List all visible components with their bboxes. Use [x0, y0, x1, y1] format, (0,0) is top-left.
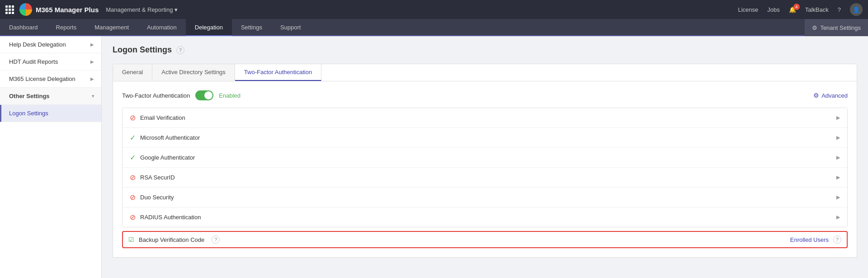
logo-circle — [19, 3, 32, 16]
auth-row-left: ⊘ RADIUS Authentication — [130, 213, 201, 221]
sub-tabs: General Active Directory Settings Two-Fa… — [113, 64, 857, 81]
chevron-right-icon: ▶ — [836, 214, 840, 220]
sub-tab-active-directory-settings[interactable]: Active Directory Settings — [152, 64, 235, 81]
tfa-label: Two-Factor Authentication — [122, 92, 190, 99]
auth-methods-list: ⊘ Email Verification ▶ ✓ Microsoft Authe… — [122, 108, 848, 227]
checkbox-checked-icon: ☑ — [128, 236, 134, 243]
auth-row-left: ⊘ RSA SecurID — [130, 173, 175, 182]
status-enabled-icon: ✓ — [130, 153, 136, 162]
user-avatar[interactable]: 👤 — [850, 3, 863, 16]
chevron-right-icon: ▶ — [836, 115, 840, 121]
auth-row-duo-security[interactable]: ⊘ Duo Security ▶ — [123, 188, 847, 207]
status-disabled-icon: ⊘ — [130, 113, 136, 122]
chevron-right-icon: ▶ — [836, 155, 840, 160]
auth-row-left: ⊘ Email Verification — [130, 113, 185, 122]
tfa-toggle[interactable] — [195, 90, 213, 100]
sub-tab-general[interactable]: General — [113, 64, 152, 81]
sidebar-item-help-desk-delegation[interactable]: Help Desk Delegation ▶ — [0, 36, 101, 53]
top-bar-left: M365 Manager Plus Management & Reporting… — [5, 3, 178, 16]
tab-automation[interactable]: Automation — [138, 19, 186, 36]
tab-reports[interactable]: Reports — [47, 19, 86, 36]
chevron-right-icon: ▶ — [90, 42, 94, 47]
auth-row-microsoft-authenticator[interactable]: ✓ Microsoft Authenticator ▶ — [123, 128, 847, 148]
notification-count: 4 — [793, 4, 800, 10]
sidebar-item-m365-license-delegation[interactable]: M365 License Delegation ▶ — [0, 71, 101, 88]
status-disabled-icon: ⊘ — [130, 193, 136, 202]
enrolled-users-link[interactable]: Enrolled Users — [790, 236, 829, 243]
backup-verification-label: Backup Verification Code — [139, 236, 204, 243]
chevron-right-icon: ▶ — [90, 59, 94, 64]
management-dropdown[interactable]: Management & Reporting ▾ — [106, 6, 178, 13]
notification-bell[interactable]: 🔔 4 — [789, 6, 796, 13]
chevron-down-icon: ▾ — [92, 94, 94, 99]
tab-management[interactable]: Management — [85, 19, 138, 36]
talkback-link[interactable]: TalkBack — [805, 6, 829, 13]
top-bar-right: License Jobs 🔔 4 TalkBack ? 👤 — [738, 3, 863, 16]
help-link[interactable]: ? — [838, 6, 841, 13]
sub-tab-two-factor-authentication[interactable]: Two-Factor Authentication — [235, 64, 321, 81]
main-layout: Help Desk Delegation ▶ HDT Audit Reports… — [0, 36, 868, 278]
enrolled-users-help-icon[interactable]: ? — [833, 236, 841, 244]
app-logo: M365 Manager Plus — [5, 3, 99, 16]
tab-dashboard[interactable]: Dashboard — [0, 19, 47, 36]
gear-icon: ⚙ — [812, 24, 817, 31]
sidebar-item-logon-settings[interactable]: Logon Settings — [0, 105, 101, 122]
backup-help-icon[interactable]: ? — [212, 236, 220, 244]
status-disabled-icon: ⊘ — [130, 213, 136, 221]
backup-row-right: Enrolled Users ? — [790, 236, 841, 244]
chevron-right-icon: ▶ — [836, 194, 840, 200]
sidebar-item-hdt-audit-reports[interactable]: HDT Audit Reports ▶ — [0, 53, 101, 71]
chevron-right-icon: ▶ — [836, 174, 840, 180]
toggle-slider — [195, 90, 213, 100]
advanced-link[interactable]: ⚙ Advanced — [813, 92, 848, 99]
help-icon[interactable]: ? — [176, 46, 184, 54]
advanced-gear-icon: ⚙ — [813, 92, 819, 99]
auth-row-google-authenticator[interactable]: ✓ Google Authenticator ▶ — [123, 148, 847, 168]
nav-tabs: Dashboard Reports Management Automation … — [0, 19, 868, 36]
tenant-settings-button[interactable]: ⚙ Tenant Settings — [805, 19, 868, 36]
content-area: Logon Settings ? General Active Director… — [102, 36, 868, 278]
tab-content: Two-Factor Authentication Enabled ⚙ Adva… — [113, 81, 857, 258]
status-disabled-icon: ⊘ — [130, 173, 136, 182]
backup-verification-row[interactable]: ☑ Backup Verification Code ? Enrolled Us… — [122, 231, 848, 248]
tfa-left: Two-Factor Authentication Enabled — [122, 90, 241, 100]
auth-row-email-verification[interactable]: ⊘ Email Verification ▶ — [123, 108, 847, 128]
top-bar: M365 Manager Plus Management & Reporting… — [0, 0, 868, 19]
license-link[interactable]: License — [738, 6, 758, 13]
app-name: M365 Manager Plus — [36, 6, 99, 14]
chevron-right-icon: ▶ — [90, 76, 94, 81]
tab-settings[interactable]: Settings — [232, 19, 271, 36]
auth-row-left: ⊘ Duo Security — [130, 193, 174, 202]
chevron-right-icon: ▶ — [836, 135, 840, 141]
tab-support[interactable]: Support — [271, 19, 310, 36]
sidebar: Help Desk Delegation ▶ HDT Audit Reports… — [0, 36, 102, 278]
auth-row-rsa-securid[interactable]: ⊘ RSA SecurID ▶ — [123, 168, 847, 188]
auth-row-left: ✓ Microsoft Authenticator — [130, 133, 200, 142]
tab-delegation[interactable]: Delegation — [186, 19, 232, 36]
dropdown-arrow-icon: ▾ — [175, 6, 178, 13]
page-header: Logon Settings ? — [113, 45, 857, 55]
auth-row-left: ✓ Google Authenticator — [130, 153, 195, 162]
sidebar-item-other-settings[interactable]: Other Settings ▾ — [0, 88, 101, 105]
grid-icon[interactable] — [5, 5, 14, 14]
auth-row-radius-authentication[interactable]: ⊘ RADIUS Authentication ▶ — [123, 207, 847, 227]
backup-row-left: ☑ Backup Verification Code ? — [128, 236, 220, 244]
user-icon-symbol: 👤 — [853, 6, 860, 13]
tfa-header: Two-Factor Authentication Enabled ⚙ Adva… — [122, 90, 848, 100]
status-enabled-icon: ✓ — [130, 133, 136, 142]
page-title: Logon Settings — [113, 45, 172, 55]
tfa-enabled-text: Enabled — [219, 92, 241, 99]
jobs-link[interactable]: Jobs — [767, 6, 779, 13]
